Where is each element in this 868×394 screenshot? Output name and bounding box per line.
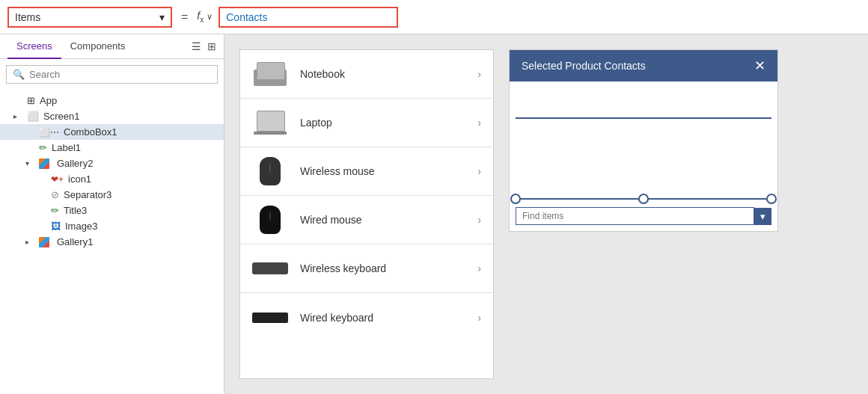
scroll-handle-right[interactable] [766, 194, 777, 204]
wmouse-image [260, 157, 281, 185]
item-image-wmouse [252, 156, 288, 186]
tree-item-title3[interactable]: ✏ Title3 [0, 203, 224, 218]
tree-label-separator3: Separator3 [64, 189, 111, 200]
panel-search-row: ▾ [516, 207, 771, 225]
list-item[interactable]: Wireless mouse › [240, 147, 493, 196]
combobox-icon: ⬜⋯ [39, 127, 59, 138]
tree-label-image3: Image3 [65, 221, 97, 232]
panel-search-input[interactable] [516, 207, 754, 225]
fx-chevron-icon[interactable]: ∨ [207, 12, 213, 22]
laptop-image [254, 111, 287, 135]
gallery-list: Notebook › Laptop › Wireless mouse › [239, 49, 494, 379]
fx-label: fx [197, 10, 204, 24]
screen-icon: ⬜ [27, 111, 39, 122]
formula-box[interactable]: Contacts [218, 7, 398, 28]
tree-item-label1[interactable]: ✏ Label1 [0, 140, 224, 156]
list-item-chevron: › [477, 117, 481, 129]
items-label: Items [15, 11, 40, 23]
equals-sign: = [178, 10, 191, 24]
wiredkeyboard-image [252, 313, 288, 323]
sidebar-tab-icon-group: ☰ ⊞ [192, 34, 216, 58]
tree-label-app: App [40, 95, 57, 106]
item-image-wiredkeyboard [252, 303, 288, 333]
wiredmouse-image [260, 206, 281, 234]
tree-label-icon1: icon1 [68, 173, 91, 185]
tree-label-gallery1: Gallery1 [57, 236, 93, 247]
selected-product-panel: Selected Product Contacts ✕ ▾ [509, 49, 778, 232]
scroll-handle-middle[interactable] [638, 194, 649, 204]
tab-screens[interactable]: Screens [7, 34, 61, 59]
list-item-chevron: › [477, 68, 481, 80]
panel-underline [516, 117, 771, 119]
list-item[interactable]: Wired keyboard › [240, 293, 493, 342]
scroll-handle-left[interactable] [510, 194, 521, 204]
expand-icon-gallery1[interactable]: ▸ [25, 238, 34, 246]
tree-item-combobox1[interactable]: ⬜⋯ ComboBox1 [0, 124, 224, 140]
grid-view-icon[interactable]: ⊞ [207, 40, 216, 52]
tree-label-combobox1: ComboBox1 [64, 126, 117, 138]
list-item[interactable]: Laptop › [240, 99, 493, 147]
scroll-handles-row [516, 198, 771, 200]
list-item[interactable]: Notebook › [240, 50, 493, 99]
item-name-wmouse: Wireless mouse [300, 165, 465, 177]
expand-icon-gallery2[interactable]: ▾ [25, 159, 34, 167]
item-image-laptop [252, 108, 288, 138]
main-layout: Screens Components ☰ ⊞ 🔍 ⊞ App [0, 34, 868, 394]
fx-area: fx ∨ [197, 10, 213, 24]
items-property-box[interactable]: Items ▾ [7, 7, 172, 28]
formula-value: Contacts [226, 11, 267, 23]
tree-item-screen1[interactable]: ▸ ⬜ Screen1 [0, 108, 224, 124]
panel-title: Selected Product Contacts [522, 60, 646, 72]
panel-search-button[interactable]: ▾ [754, 208, 771, 225]
item-image-wiredmouse [252, 205, 288, 235]
tree-item-gallery2[interactable]: ▾ Gallery2 [0, 156, 224, 171]
item-name-wkeyboard: Wireless keyboard [300, 262, 465, 274]
list-item-chevron: › [477, 312, 481, 324]
tree-label-label1: Label1 [52, 142, 81, 153]
image-icon: 🖼 [51, 221, 61, 232]
tree-item-app[interactable]: ⊞ App [0, 93, 224, 108]
gallery-icon [39, 158, 49, 169]
panel-close-button[interactable]: ✕ [754, 58, 765, 74]
tree-label-gallery2: Gallery2 [57, 158, 93, 169]
tab-components[interactable]: Components [61, 34, 135, 59]
search-box: 🔍 [6, 65, 218, 84]
expand-icon-screen1[interactable]: ▸ [13, 112, 22, 120]
search-input[interactable] [29, 69, 211, 80]
tree-item-image3[interactable]: 🖼 Image3 [0, 218, 224, 234]
app-icon: ⊞ [27, 95, 35, 106]
list-view-icon[interactable]: ☰ [192, 40, 201, 52]
title-icon: ✏ [51, 205, 59, 216]
wkeyboard-image [252, 262, 288, 274]
notebook-image [254, 62, 287, 86]
label-icon: ✏ [39, 142, 47, 153]
panel-header: Selected Product Contacts ✕ [510, 50, 777, 81]
gallery1-icon [39, 237, 49, 247]
separator-icon: ⊘ [51, 189, 59, 200]
content-area: Notebook › Laptop › Wireless mouse › [224, 34, 868, 394]
tree-item-separator3[interactable]: ⊘ Separator3 [0, 187, 224, 203]
scroll-track [516, 198, 771, 200]
tree-item-icon1[interactable]: ❤+ icon1 [0, 171, 224, 187]
list-item[interactable]: Wireless keyboard › [240, 244, 493, 293]
item-name-notebook: Notebook [300, 68, 465, 80]
search-icon: 🔍 [13, 69, 25, 80]
top-bar: Items ▾ = fx ∨ Contacts [0, 0, 868, 34]
item-image-wkeyboard [252, 253, 288, 283]
tree-label-title3: Title3 [64, 205, 87, 216]
item-name-wiredmouse: Wired mouse [300, 214, 465, 226]
icon1-icon: ❤+ [51, 174, 64, 185]
sidebar: Screens Components ☰ ⊞ 🔍 ⊞ App [0, 34, 224, 394]
item-name-laptop: Laptop [300, 117, 465, 129]
item-name-wiredkeyboard: Wired keyboard [300, 312, 465, 324]
items-chevron-icon[interactable]: ▾ [159, 11, 165, 23]
tree-label-screen1: Screen1 [43, 111, 79, 122]
list-item-chevron: › [477, 262, 481, 274]
panel-body: ▾ [510, 81, 777, 231]
sidebar-tabs: Screens Components ☰ ⊞ [0, 34, 224, 59]
list-item[interactable]: Wired mouse › [240, 196, 493, 244]
list-item-chevron: › [477, 165, 481, 177]
tree-item-gallery1[interactable]: ▸ Gallery1 [0, 234, 224, 250]
item-image-notebook [252, 59, 288, 89]
tree-view: ⊞ App ▸ ⬜ Screen1 ⬜⋯ ComboBox1 ✏ [0, 90, 224, 394]
